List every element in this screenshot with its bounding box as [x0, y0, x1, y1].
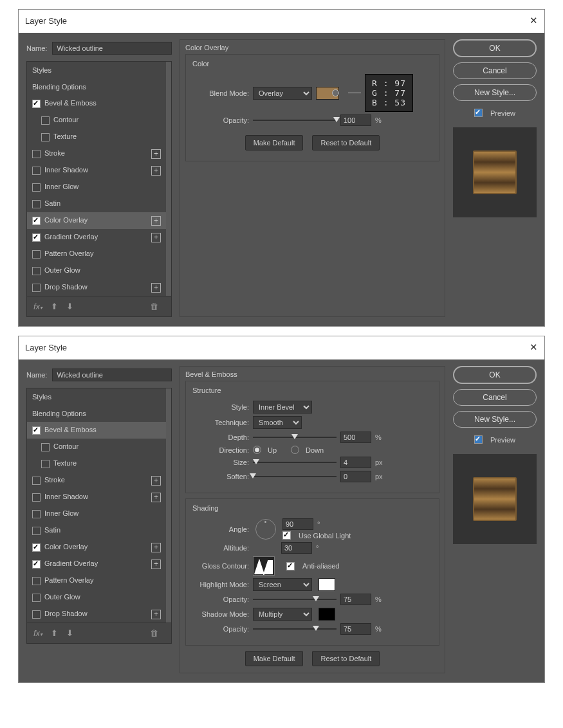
- highlight-mode-select[interactable]: Screen: [253, 578, 312, 591]
- cancel-button[interactable]: Cancel: [453, 62, 537, 79]
- add-effect-icon[interactable]: +: [151, 283, 161, 293]
- style-checkbox[interactable]: [32, 577, 41, 585]
- up-arrow-icon[interactable]: ⬆: [51, 302, 58, 311]
- name-input[interactable]: [52, 369, 172, 381]
- color-chip[interactable]: [316, 87, 339, 100]
- opacity-input[interactable]: [340, 114, 371, 126]
- new-style-button[interactable]: New Style...: [453, 84, 537, 101]
- add-effect-icon[interactable]: +: [151, 543, 161, 552]
- add-effect-icon[interactable]: +: [151, 166, 161, 176]
- sidebar-item[interactable]: Texture: [27, 455, 166, 472]
- sidebar-item[interactable]: Pattern Overlay: [27, 246, 166, 262]
- angle-dial[interactable]: [255, 519, 276, 540]
- sidebar-item[interactable]: Satin: [27, 522, 166, 539]
- sh-opacity-slider[interactable]: [253, 625, 337, 633]
- soften-slider[interactable]: [253, 473, 337, 480]
- preview-checkbox[interactable]: [474, 109, 483, 117]
- add-effect-icon[interactable]: +: [151, 610, 161, 619]
- sidebar-item[interactable]: Inner Shadow+: [27, 162, 166, 179]
- style-checkbox[interactable]: [32, 284, 41, 292]
- sidebar-item[interactable]: Contour: [27, 439, 166, 455]
- style-checkbox[interactable]: [32, 233, 41, 242]
- sidebar-item[interactable]: Outer Glow: [27, 262, 166, 279]
- fx-icon[interactable]: fx▾: [33, 628, 42, 638]
- ok-button[interactable]: OK: [453, 366, 537, 384]
- style-checkbox[interactable]: [32, 217, 41, 225]
- sidebar-item[interactable]: Texture: [27, 129, 166, 145]
- style-checkbox[interactable]: [41, 443, 50, 451]
- titlebar[interactable]: Layer Style ✕: [19, 10, 544, 33]
- sidebar-item[interactable]: Inner Glow: [27, 179, 166, 196]
- sidebar-item[interactable]: Satin: [27, 196, 166, 212]
- sidebar-item[interactable]: Stroke+: [27, 145, 166, 162]
- sidebar-header[interactable]: Styles: [27, 388, 166, 405]
- sidebar-item[interactable]: Bevel & Emboss: [27, 422, 166, 439]
- style-checkbox[interactable]: [32, 527, 41, 535]
- sidebar-item[interactable]: Color Overlay+: [27, 212, 166, 229]
- sidebar-item[interactable]: Color Overlay+: [27, 539, 166, 556]
- style-checkbox[interactable]: [32, 426, 41, 435]
- angle-input[interactable]: [282, 518, 313, 530]
- sidebar-item[interactable]: Gradient Overlay+: [27, 229, 166, 246]
- sidebar-item[interactable]: Contour: [27, 112, 166, 129]
- style-checkbox[interactable]: [32, 594, 41, 602]
- style-checkbox[interactable]: [32, 150, 41, 158]
- shadow-mode-select[interactable]: Multiply: [253, 608, 312, 621]
- trash-icon[interactable]: 🗑: [150, 628, 158, 638]
- sidebar-item[interactable]: Drop Shadow+: [27, 606, 166, 623]
- add-effect-icon[interactable]: +: [151, 233, 161, 242]
- reset-default-button[interactable]: Reset to Default: [312, 651, 380, 666]
- down-arrow-icon[interactable]: ⬇: [66, 302, 73, 311]
- technique-select[interactable]: Smooth: [253, 416, 302, 429]
- style-checkbox[interactable]: [32, 543, 41, 552]
- soften-input[interactable]: [340, 471, 371, 482]
- style-checkbox[interactable]: [32, 560, 41, 569]
- sidebar-item[interactable]: Gradient Overlay+: [27, 556, 166, 572]
- style-checkbox[interactable]: [32, 610, 41, 619]
- preview-checkbox[interactable]: [474, 435, 483, 444]
- style-select[interactable]: Inner Bevel: [253, 401, 312, 414]
- sidebar-item[interactable]: Pattern Overlay: [27, 572, 166, 589]
- sidebar-item-blending[interactable]: Blending Options: [27, 405, 166, 422]
- sh-opacity-input[interactable]: [340, 623, 371, 635]
- style-checkbox[interactable]: [41, 116, 50, 125]
- style-checkbox[interactable]: [32, 100, 41, 108]
- up-arrow-icon[interactable]: ⬆: [51, 628, 58, 638]
- sidebar-header[interactable]: Styles: [27, 62, 166, 78]
- hl-opacity-slider[interactable]: [253, 596, 337, 603]
- opacity-slider[interactable]: [253, 116, 337, 124]
- add-effect-icon[interactable]: +: [151, 476, 161, 486]
- close-icon[interactable]: ✕: [530, 341, 538, 353]
- sidebar-item[interactable]: Bevel & Emboss: [27, 95, 166, 112]
- sidebar-item[interactable]: Inner Glow: [27, 505, 166, 522]
- cancel-button[interactable]: Cancel: [453, 389, 537, 406]
- titlebar[interactable]: Layer Style ✕: [19, 336, 544, 359]
- style-checkbox[interactable]: [41, 460, 50, 468]
- ok-button[interactable]: OK: [453, 39, 537, 57]
- direction-down-radio[interactable]: [291, 446, 299, 454]
- new-style-button[interactable]: New Style...: [453, 411, 537, 428]
- direction-up-radio[interactable]: [253, 446, 261, 454]
- down-arrow-icon[interactable]: ⬇: [66, 628, 73, 638]
- antialias-checkbox[interactable]: [286, 562, 295, 570]
- hl-opacity-input[interactable]: [340, 594, 371, 605]
- shadow-color-chip[interactable]: [318, 608, 335, 621]
- add-effect-icon[interactable]: +: [151, 216, 161, 226]
- make-default-button[interactable]: Make Default: [245, 651, 304, 666]
- style-checkbox[interactable]: [32, 493, 41, 502]
- sidebar-item[interactable]: Inner Shadow+: [27, 489, 166, 505]
- sidebar-item[interactable]: Stroke+: [27, 472, 166, 489]
- size-input[interactable]: [340, 457, 371, 468]
- reset-default-button[interactable]: Reset to Default: [312, 135, 380, 150]
- fx-icon[interactable]: fx▾: [33, 302, 42, 311]
- depth-input[interactable]: [340, 432, 371, 443]
- style-checkbox[interactable]: [32, 510, 41, 518]
- style-checkbox[interactable]: [32, 200, 41, 208]
- style-checkbox[interactable]: [32, 267, 41, 275]
- sidebar-item-blending[interactable]: Blending Options: [27, 78, 166, 95]
- gloss-contour-picker[interactable]: [253, 556, 275, 576]
- name-input[interactable]: [52, 42, 172, 55]
- depth-slider[interactable]: [253, 433, 337, 441]
- sidebar-scrollbar[interactable]: [166, 388, 171, 623]
- add-effect-icon[interactable]: +: [151, 560, 161, 569]
